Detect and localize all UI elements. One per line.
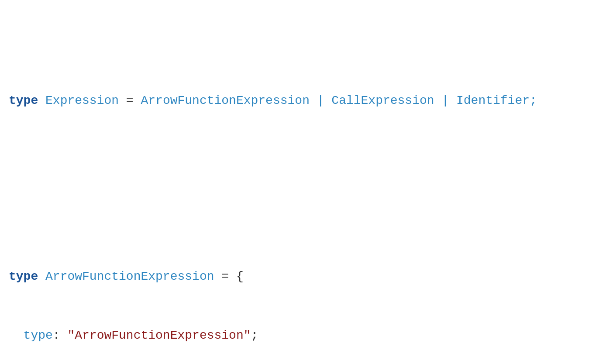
arrow-open-brace: = {	[214, 270, 243, 283]
line-expression-typedef: type Expression = ArrowFunctionExpressio…	[9, 91, 604, 111]
type-arrow-name: ArrowFunctionExpression	[38, 270, 214, 283]
blank-1	[9, 169, 604, 189]
prop-type-1: type	[24, 329, 53, 342]
semi-1: ;	[251, 329, 258, 342]
line-arrow-prop1: type: "ArrowFunctionExpression";	[9, 326, 604, 346]
type-expression-name: Expression	[38, 94, 119, 107]
colon-1: :	[53, 329, 68, 342]
keyword-type-2: type	[9, 270, 38, 283]
string-arrow: "ArrowFunctionExpression"	[67, 329, 251, 342]
type-union-list: ArrowFunctionExpression | CallExpression…	[134, 94, 537, 107]
code-display: type Expression = ArrowFunctionExpressio…	[9, 13, 604, 364]
line-arrow-header: type ArrowFunctionExpression = {	[9, 267, 604, 287]
keyword-type-1: type	[9, 94, 38, 107]
equals-op-1: =	[119, 94, 134, 107]
indent-1	[9, 329, 24, 342]
